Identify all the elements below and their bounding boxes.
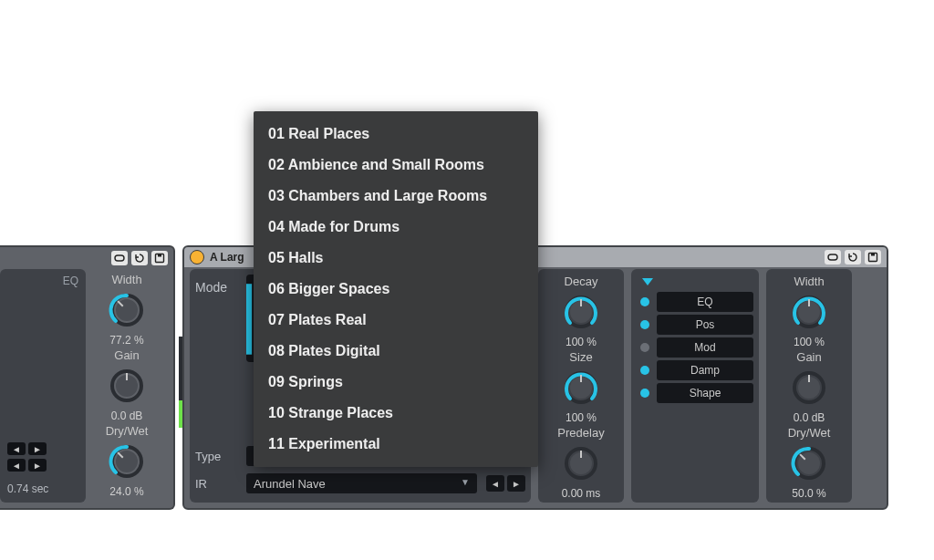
gain-value: 0.0 dB xyxy=(111,410,143,422)
size-knob[interactable] xyxy=(561,368,601,408)
tab-enable-dot[interactable] xyxy=(640,389,649,398)
size-value: 100 % xyxy=(566,411,597,424)
tab-damp[interactable]: Damp xyxy=(657,360,753,380)
device-left-screen: EQ ◄ ► ◄ ► 0.74 sec xyxy=(0,269,86,503)
menu-item[interactable]: 11 Experimental xyxy=(254,429,538,460)
gain-knob[interactable] xyxy=(107,366,147,406)
tab-row: Pos xyxy=(637,315,753,335)
drywet2-label: Dry/Wet xyxy=(788,426,831,440)
width-label: Width xyxy=(111,273,141,286)
tab-enable-dot[interactable] xyxy=(640,320,649,329)
predelay-value: 0.00 ms xyxy=(562,487,601,500)
decay-value: 100 % xyxy=(566,336,597,348)
output-panel: Width 100 % Gain 0.0 dB Dry/Wet 50.0 % xyxy=(766,269,852,503)
gain2-label: Gain xyxy=(796,350,821,364)
ir-next-button[interactable]: ► xyxy=(507,475,525,492)
loop-icon[interactable] xyxy=(825,250,841,264)
tab-row: Shape xyxy=(637,383,753,403)
type-dropdown-menu: 01 Real Places02 Ambience and Small Room… xyxy=(254,111,538,467)
device-title: A Larg xyxy=(210,251,244,264)
ir-dropdown[interactable]: Arundel Nave xyxy=(246,473,477,493)
eq-label: EQ xyxy=(63,275,78,287)
tabs-expand-icon[interactable] xyxy=(642,278,653,285)
reset-icon[interactable] xyxy=(131,251,148,265)
type-label: Type xyxy=(195,450,237,463)
ir-prev-button[interactable]: ◄ xyxy=(486,475,504,492)
drywet2-knob[interactable] xyxy=(789,443,829,483)
nav-prev2-button[interactable]: ◄ xyxy=(7,459,26,472)
ir-label: IR xyxy=(195,477,237,491)
gain-label: Gain xyxy=(114,348,139,362)
drywet-knob[interactable] xyxy=(107,441,147,482)
width-value: 77.2 % xyxy=(109,334,143,347)
nav-prev-button[interactable]: ◄ xyxy=(7,442,26,455)
ir-value: Arundel Nave xyxy=(254,477,326,491)
width2-label: Width xyxy=(794,275,824,288)
drywet2-value: 50.0 % xyxy=(792,487,825,500)
section-tabs-panel: EQPosModDampShape xyxy=(631,269,759,503)
menu-item[interactable]: 01 Real Places xyxy=(254,119,538,150)
tab-enable-dot[interactable] xyxy=(640,366,649,375)
save-icon[interactable] xyxy=(865,250,881,264)
mode-label: Mode xyxy=(195,275,237,295)
gain2-knob[interactable] xyxy=(789,368,829,408)
device-power-button[interactable] xyxy=(190,250,204,264)
width2-knob[interactable] xyxy=(789,292,829,332)
decay-knob[interactable] xyxy=(561,292,601,332)
menu-item[interactable]: 09 Springs xyxy=(254,367,538,398)
menu-item[interactable]: 06 Bigger Spaces xyxy=(254,274,538,305)
tab-eq[interactable]: EQ xyxy=(657,292,753,312)
menu-item[interactable]: 02 Ambience and Small Rooms xyxy=(254,150,538,181)
tab-shape[interactable]: Shape xyxy=(657,383,753,403)
predelay-label: Predelay xyxy=(557,426,604,440)
menu-item[interactable]: 04 Made for Drums xyxy=(254,212,538,243)
predelay-knob[interactable] xyxy=(561,443,601,483)
size-label: Size xyxy=(569,350,592,364)
tab-mod[interactable]: Mod xyxy=(657,337,753,358)
nav-next-button[interactable]: ► xyxy=(28,442,47,455)
width2-value: 100 % xyxy=(794,336,825,348)
decay-label: Decay xyxy=(565,275,598,288)
menu-item[interactable]: 08 Plates Digital xyxy=(254,336,538,367)
svg-rect-12 xyxy=(246,284,252,355)
tab-enable-dot[interactable] xyxy=(640,297,649,306)
device-left: EQ ◄ ► ◄ ► 0.74 sec Width xyxy=(0,245,175,510)
menu-item[interactable]: 03 Chambers and Large Rooms xyxy=(254,181,538,212)
tab-enable-dot[interactable] xyxy=(640,343,649,352)
width-knob[interactable] xyxy=(107,290,147,330)
reset-icon[interactable] xyxy=(845,250,861,264)
tab-pos[interactable]: Pos xyxy=(657,315,753,335)
menu-item[interactable]: 10 Strange Places xyxy=(254,398,538,429)
time-value: 0.74 sec xyxy=(7,482,48,495)
tab-row: Mod xyxy=(637,337,753,358)
menu-item[interactable]: 05 Halls xyxy=(254,243,538,274)
loop-icon[interactable] xyxy=(111,251,128,265)
tab-row: EQ xyxy=(637,292,753,312)
drywet-label: Dry/Wet xyxy=(106,424,149,438)
decay-panel: Decay 100 % Size 100 % Predelay 0.00 ms xyxy=(538,269,624,503)
tab-row: Damp xyxy=(637,360,753,380)
save-icon[interactable] xyxy=(151,251,168,265)
gain2-value: 0.0 dB xyxy=(794,411,825,424)
nav-next2-button[interactable]: ► xyxy=(28,459,47,472)
drywet-value: 24.0 % xyxy=(109,485,143,498)
menu-item[interactable]: 07 Plates Real xyxy=(254,305,538,336)
